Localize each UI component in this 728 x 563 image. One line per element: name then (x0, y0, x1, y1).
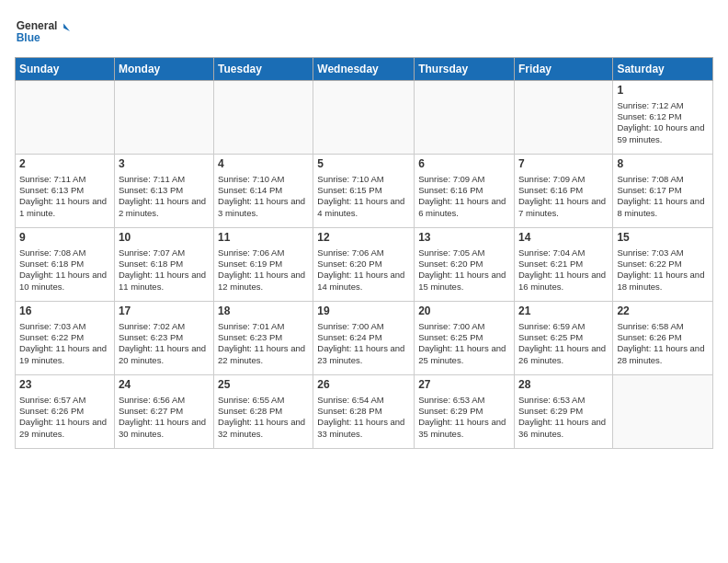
svg-text:Blue: Blue (17, 31, 40, 44)
day-number: 25 (218, 378, 309, 393)
calendar-day-cell: 9Sunrise: 7:08 AM Sunset: 6:18 PM Daylig… (16, 228, 115, 302)
day-info: Sunrise: 6:59 AM Sunset: 6:25 PM Dayligh… (518, 321, 609, 366)
calendar-day-cell (114, 81, 213, 155)
day-number: 23 (19, 378, 110, 393)
logo-svg: General Blue (15, 15, 70, 48)
day-info: Sunrise: 7:11 AM Sunset: 6:13 PM Dayligh… (119, 174, 210, 219)
day-number: 17 (119, 304, 210, 319)
calendar-day-cell (16, 81, 115, 155)
calendar-week-row: 16Sunrise: 7:03 AM Sunset: 6:22 PM Dayli… (16, 302, 713, 375)
day-number: 9 (19, 231, 110, 246)
day-number: 28 (518, 378, 609, 393)
day-number: 15 (617, 231, 709, 246)
calendar-day-cell: 28Sunrise: 6:53 AM Sunset: 6:29 PM Dayli… (514, 375, 612, 449)
logo: General Blue (15, 15, 70, 48)
day-info: Sunrise: 7:04 AM Sunset: 6:21 PM Dayligh… (518, 247, 609, 293)
calendar-day-cell: 3Sunrise: 7:11 AM Sunset: 6:13 PM Daylig… (114, 155, 213, 228)
day-number: 21 (518, 304, 609, 319)
calendar-day-header: Monday (114, 58, 213, 81)
calendar-day-cell: 25Sunrise: 6:55 AM Sunset: 6:28 PM Dayli… (214, 375, 313, 449)
calendar-day-cell: 21Sunrise: 6:59 AM Sunset: 6:25 PM Dayli… (514, 302, 612, 375)
calendar-day-cell: 6Sunrise: 7:09 AM Sunset: 6:16 PM Daylig… (415, 155, 515, 228)
day-info: Sunrise: 7:01 AM Sunset: 6:23 PM Dayligh… (218, 321, 309, 366)
day-number: 11 (218, 231, 309, 246)
day-info: Sunrise: 7:07 AM Sunset: 6:18 PM Dayligh… (119, 247, 210, 293)
calendar-day-cell: 4Sunrise: 7:10 AM Sunset: 6:14 PM Daylig… (214, 155, 313, 228)
day-info: Sunrise: 7:03 AM Sunset: 6:22 PM Dayligh… (19, 321, 110, 366)
day-info: Sunrise: 7:12 AM Sunset: 6:12 PM Dayligh… (617, 100, 709, 145)
day-info: Sunrise: 6:58 AM Sunset: 6:26 PM Dayligh… (617, 321, 709, 366)
day-number: 12 (317, 231, 410, 246)
day-info: Sunrise: 6:53 AM Sunset: 6:29 PM Dayligh… (518, 395, 609, 440)
day-number: 4 (218, 157, 309, 172)
day-info: Sunrise: 7:09 AM Sunset: 6:16 PM Dayligh… (518, 174, 609, 219)
header: General Blue (15, 15, 713, 48)
calendar-week-row: 2Sunrise: 7:11 AM Sunset: 6:13 PM Daylig… (16, 155, 713, 228)
calendar-day-cell: 14Sunrise: 7:04 AM Sunset: 6:21 PM Dayli… (514, 228, 612, 302)
day-number: 10 (119, 231, 210, 246)
calendar-day-cell: 27Sunrise: 6:53 AM Sunset: 6:29 PM Dayli… (415, 375, 515, 449)
day-info: Sunrise: 7:10 AM Sunset: 6:14 PM Dayligh… (218, 174, 309, 219)
svg-marker-2 (63, 23, 70, 31)
day-number: 1 (617, 84, 709, 98)
day-info: Sunrise: 7:02 AM Sunset: 6:23 PM Dayligh… (119, 321, 210, 366)
day-number: 26 (317, 378, 410, 393)
calendar-day-cell (514, 81, 612, 155)
calendar-day-cell: 13Sunrise: 7:05 AM Sunset: 6:20 PM Dayli… (415, 228, 515, 302)
day-info: Sunrise: 7:11 AM Sunset: 6:13 PM Dayligh… (19, 174, 110, 219)
day-info: Sunrise: 7:06 AM Sunset: 6:19 PM Dayligh… (218, 247, 309, 293)
day-number: 16 (19, 304, 110, 319)
calendar-day-cell: 20Sunrise: 7:00 AM Sunset: 6:25 PM Dayli… (415, 302, 515, 375)
calendar-day-header: Friday (514, 58, 612, 81)
calendar-header-row: SundayMondayTuesdayWednesdayThursdayFrid… (16, 58, 713, 81)
day-number: 3 (119, 157, 210, 172)
day-number: 24 (119, 378, 210, 393)
day-number: 6 (418, 157, 510, 172)
calendar-week-row: 1Sunrise: 7:12 AM Sunset: 6:12 PM Daylig… (16, 81, 713, 155)
calendar-day-cell: 11Sunrise: 7:06 AM Sunset: 6:19 PM Dayli… (214, 228, 313, 302)
day-number: 20 (418, 304, 510, 319)
day-number: 2 (19, 157, 110, 172)
calendar-day-cell: 18Sunrise: 7:01 AM Sunset: 6:23 PM Dayli… (214, 302, 313, 375)
day-info: Sunrise: 6:56 AM Sunset: 6:27 PM Dayligh… (119, 395, 210, 440)
day-number: 27 (418, 378, 510, 393)
day-number: 7 (518, 157, 609, 172)
calendar-day-cell: 19Sunrise: 7:00 AM Sunset: 6:24 PM Dayli… (313, 302, 415, 375)
calendar-day-header: Saturday (613, 58, 713, 81)
day-number: 18 (218, 304, 309, 319)
calendar-day-cell: 26Sunrise: 6:54 AM Sunset: 6:28 PM Dayli… (313, 375, 415, 449)
calendar-day-cell: 15Sunrise: 7:03 AM Sunset: 6:22 PM Dayli… (613, 228, 713, 302)
day-info: Sunrise: 6:57 AM Sunset: 6:26 PM Dayligh… (19, 395, 110, 440)
calendar-day-cell: 10Sunrise: 7:07 AM Sunset: 6:18 PM Dayli… (114, 228, 213, 302)
day-number: 19 (317, 304, 410, 319)
day-number: 8 (617, 157, 709, 172)
calendar-day-cell (415, 81, 515, 155)
day-info: Sunrise: 7:05 AM Sunset: 6:20 PM Dayligh… (418, 247, 510, 293)
day-info: Sunrise: 7:10 AM Sunset: 6:15 PM Dayligh… (317, 174, 410, 219)
calendar-day-header: Tuesday (214, 58, 313, 81)
day-info: Sunrise: 7:00 AM Sunset: 6:25 PM Dayligh… (418, 321, 510, 366)
calendar-day-header: Sunday (16, 58, 115, 81)
day-number: 14 (518, 231, 609, 246)
calendar-day-cell (313, 81, 415, 155)
calendar-day-cell: 23Sunrise: 6:57 AM Sunset: 6:26 PM Dayli… (16, 375, 115, 449)
calendar-day-cell: 17Sunrise: 7:02 AM Sunset: 6:23 PM Dayli… (114, 302, 213, 375)
svg-text:General: General (17, 19, 58, 32)
day-info: Sunrise: 7:06 AM Sunset: 6:20 PM Dayligh… (317, 247, 410, 293)
calendar-day-cell: 16Sunrise: 7:03 AM Sunset: 6:22 PM Dayli… (16, 302, 115, 375)
calendar-day-cell (214, 81, 313, 155)
calendar-day-cell: 22Sunrise: 6:58 AM Sunset: 6:26 PM Dayli… (613, 302, 713, 375)
day-info: Sunrise: 7:08 AM Sunset: 6:18 PM Dayligh… (19, 247, 110, 293)
calendar-day-cell: 24Sunrise: 6:56 AM Sunset: 6:27 PM Dayli… (114, 375, 213, 449)
day-info: Sunrise: 7:03 AM Sunset: 6:22 PM Dayligh… (617, 247, 709, 293)
calendar-day-cell: 1Sunrise: 7:12 AM Sunset: 6:12 PM Daylig… (613, 81, 713, 155)
calendar-day-cell: 12Sunrise: 7:06 AM Sunset: 6:20 PM Dayli… (313, 228, 415, 302)
day-info: Sunrise: 7:00 AM Sunset: 6:24 PM Dayligh… (317, 321, 410, 366)
day-number: 13 (418, 231, 510, 246)
day-info: Sunrise: 7:08 AM Sunset: 6:17 PM Dayligh… (617, 174, 709, 219)
day-info: Sunrise: 6:54 AM Sunset: 6:28 PM Dayligh… (317, 395, 410, 440)
calendar-day-header: Thursday (415, 58, 515, 81)
calendar-week-row: 23Sunrise: 6:57 AM Sunset: 6:26 PM Dayli… (16, 375, 713, 449)
day-info: Sunrise: 6:55 AM Sunset: 6:28 PM Dayligh… (218, 395, 309, 440)
page-container: General Blue SundayMondayTuesdayWednesda… (0, 0, 728, 456)
